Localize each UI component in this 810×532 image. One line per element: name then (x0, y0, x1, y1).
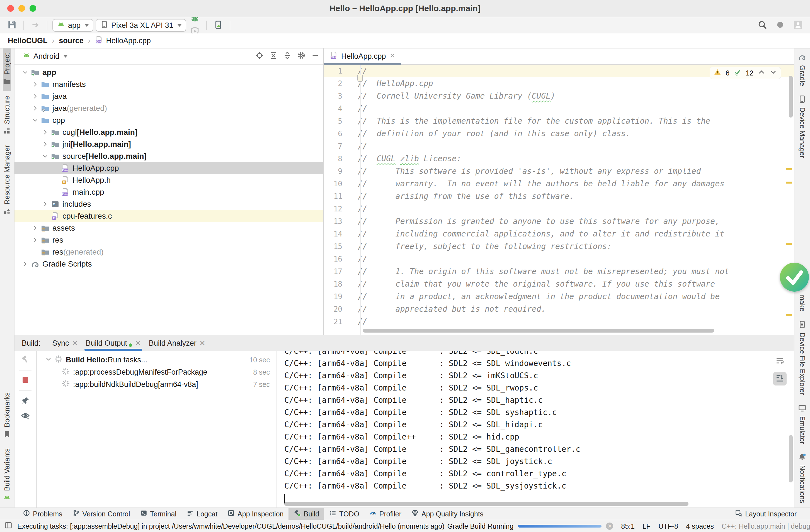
line-number[interactable]: 13 (324, 217, 351, 226)
console-horizontal-scrollbar[interactable] (284, 502, 688, 506)
tree-item-gradle-scripts[interactable]: Gradle Scripts (15, 258, 323, 270)
tree-item-app[interactable]: app (15, 66, 323, 78)
tool-window-button-resource-manager[interactable]: Resource Manager (3, 141, 11, 221)
stop-red-button[interactable] (21, 376, 30, 385)
line-number[interactable]: 4 (324, 104, 351, 113)
tool-window-button-make[interactable]: make (788, 258, 810, 316)
settings-button[interactable] (774, 19, 787, 32)
settings-gear-button[interactable] (297, 51, 306, 62)
chevron-right-icon[interactable] (30, 225, 40, 231)
soft-wrap-button[interactable] (773, 355, 787, 368)
tool-window-button-terminal[interactable]: Terminal (135, 508, 181, 520)
tool-window-button-structure[interactable]: Structure (3, 92, 11, 141)
close-icon[interactable]: ✕ (199, 339, 206, 348)
tool-window-button-layout-inspector[interactable]: Layout Inspector (730, 508, 801, 520)
line-number[interactable]: 9 (324, 167, 351, 176)
tree-item-helloapp.h[interactable]: HHelloApp.h (15, 174, 323, 186)
make-run-badge[interactable] (780, 263, 809, 292)
editor-content[interactable]: 1//2// HelloApp.cpp3// Cornell Universit… (324, 65, 794, 335)
tree-item-cpp[interactable]: cpp (15, 114, 323, 126)
avatar-button[interactable] (792, 19, 805, 32)
line-number[interactable]: 5 (324, 117, 351, 125)
line-number[interactable]: 18 (324, 280, 351, 288)
editor-horizontal-scrollbar[interactable] (363, 329, 714, 333)
prev-problem-chevron-up-icon[interactable] (758, 68, 765, 78)
line-number[interactable]: 7 (324, 142, 351, 150)
chevron-down-icon[interactable] (45, 356, 52, 364)
warning-triangle-icon[interactable] (714, 68, 721, 78)
chevron-right-icon[interactable] (20, 261, 30, 267)
tool-window-button-profiler[interactable]: Profiler (364, 508, 406, 520)
chevron-down-icon[interactable] (30, 117, 40, 123)
tool-window-button-app-inspection[interactable]: App Inspection (223, 508, 289, 520)
device-selector[interactable]: Pixel 3a XL API 31 (96, 19, 186, 32)
tree-item-manifests[interactable]: manifests (15, 78, 323, 90)
tree-item-assets[interactable]: assets (15, 222, 323, 234)
warning-stripe-mark[interactable] (786, 168, 792, 170)
tree-item-main.cpp[interactable]: C++main.cpp (15, 186, 323, 198)
tree-item-cpu-features.c[interactable]: Ccpu-features.c (15, 210, 323, 222)
chevron-right-icon[interactable] (30, 93, 40, 99)
eye-button[interactable] (21, 411, 30, 421)
arrow-forward-button[interactable] (29, 19, 42, 32)
tree-item-java[interactable]: java (generated) (15, 102, 323, 114)
tool-window-button-emulator[interactable]: Emulator (798, 399, 806, 448)
chevron-right-icon[interactable] (30, 105, 40, 112)
chevron-down-icon[interactable] (40, 153, 50, 159)
chevron-down-icon[interactable] (20, 69, 30, 76)
line-number[interactable]: 3 (324, 92, 351, 100)
console-vertical-scrollbar[interactable] (789, 435, 793, 482)
line-number[interactable]: 12 (324, 205, 351, 213)
close-icon[interactable] (389, 52, 395, 61)
tool-window-switcher-icon[interactable] (4, 521, 12, 531)
expand-all-button[interactable] (269, 51, 278, 62)
line-number[interactable]: 10 (324, 180, 351, 188)
encoding-widget[interactable]: UTF-8 (658, 522, 678, 530)
tree-item-res[interactable]: res (15, 234, 323, 246)
line-number[interactable]: 2 (324, 79, 351, 88)
line-number[interactable]: 11 (324, 192, 351, 201)
close-icon[interactable]: ✕ (72, 339, 78, 348)
chevron-right-icon[interactable] (40, 141, 50, 147)
line-number[interactable]: 16 (324, 255, 351, 263)
chevron-right-icon[interactable] (40, 201, 50, 207)
close-icon[interactable]: ✕ (135, 339, 141, 348)
search-button[interactable] (756, 19, 769, 32)
tree-item-source[interactable]: source [Hello.app.main] (15, 150, 323, 162)
line-number[interactable]: 20 (324, 305, 351, 313)
breadcrumb-item-source[interactable]: source (59, 36, 84, 45)
tree-item-jni[interactable]: jni [Hello.app.main] (15, 138, 323, 150)
scroll-to-end-button[interactable] (773, 372, 787, 385)
line-number[interactable]: 8 (324, 154, 351, 163)
chevron-right-icon[interactable] (30, 237, 40, 243)
line-number[interactable]: 15 (324, 242, 351, 251)
tool-window-button-build[interactable]: Build (289, 508, 324, 520)
tool-window-button-notifications[interactable]: Notifications (798, 448, 806, 508)
line-ending-widget[interactable]: LF (643, 522, 651, 530)
locate-target-button[interactable] (255, 51, 264, 62)
tool-window-button-device-manager[interactable]: Device Manager (798, 90, 806, 162)
line-number[interactable]: 6 (324, 130, 351, 138)
indent-widget[interactable]: 4 spaces (686, 522, 714, 530)
tree-item-java[interactable]: java (15, 90, 323, 102)
tool-window-button-bookmarks[interactable]: Bookmarks (3, 388, 11, 444)
chevron-right-icon[interactable] (30, 81, 40, 87)
fold-marker[interactable] (357, 74, 363, 82)
run-configuration-selector[interactable]: app (52, 19, 93, 32)
tool-window-button-version-control[interactable]: Version Control (67, 508, 135, 520)
warning-stripe-mark[interactable] (786, 182, 792, 184)
tool-window-button-todo[interactable]: TODO (324, 508, 364, 520)
build-task-row[interactable]: Build Hello: Run tasks...10 sec (37, 354, 276, 366)
tool-window-button-logcat[interactable]: Logcat (181, 508, 223, 520)
line-number[interactable]: 17 (324, 267, 351, 276)
tool-window-button-project[interactable]: Project (3, 48, 11, 92)
hammer-gray-button[interactable] (21, 355, 30, 365)
line-number[interactable]: 1 (324, 67, 351, 75)
build-console[interactable]: C/C++: [arm64-v8a] Compile : SDL2 <= SDL… (276, 351, 794, 508)
tree-item-cugl[interactable]: cugl [Hello.app.main] (15, 126, 323, 138)
caret-position-widget[interactable]: 85:1 (621, 522, 635, 530)
tree-item-res[interactable]: res (generated) (15, 246, 323, 258)
breadcrumb-item-hellocugl[interactable]: HelloCUGL (8, 36, 48, 45)
breadcrumb-item-helloapp-cpp[interactable]: C++HelloApp.cpp (95, 36, 151, 46)
pin-button[interactable] (21, 396, 30, 406)
